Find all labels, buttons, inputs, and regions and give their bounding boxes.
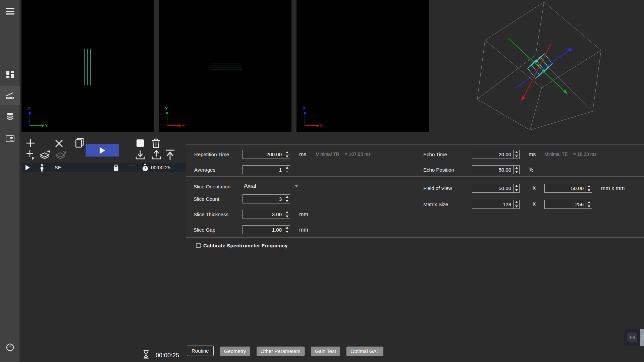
add-protocol-button[interactable]: P: [25, 149, 36, 160]
calibrate-row: Calibrate Spectrometer Frequency: [196, 243, 287, 248]
tab-geometry[interactable]: Geometry: [220, 347, 250, 356]
power-button[interactable]: [0, 338, 20, 357]
run-scan-button[interactable]: [86, 144, 119, 157]
slice-thickness-unit: mm: [299, 210, 308, 219]
slice-gap-stepper: [284, 226, 290, 234]
step-up-button[interactable]: [284, 226, 290, 230]
calibrate-checkbox[interactable]: [196, 243, 201, 248]
repetition-time-unit: ms: [299, 150, 306, 159]
echo-time-field: [472, 150, 520, 159]
sidebar: [0, 0, 20, 362]
tab-routine[interactable]: Routine: [187, 346, 214, 356]
averages-field: [243, 165, 290, 174]
sequence-play-button[interactable]: [25, 165, 30, 171]
remove-button[interactable]: [54, 138, 64, 148]
calibrate-label[interactable]: Calibrate Spectrometer Frequency: [203, 243, 287, 248]
step-down-button[interactable]: [284, 214, 290, 219]
slice-line: [210, 69, 242, 69]
step-down-button[interactable]: [284, 170, 290, 174]
slice-gap-input[interactable]: [243, 226, 290, 234]
tab-optimal-ga1[interactable]: Optimal GA1: [346, 347, 383, 356]
parameter-tabs: Routine Geometry Other Parameters Gain T…: [187, 346, 383, 356]
step-up-button[interactable]: [514, 166, 519, 170]
step-down-button[interactable]: [284, 154, 290, 159]
echo-position-label: Echo Position: [423, 165, 454, 174]
stop-button[interactable]: [136, 139, 145, 147]
matrix-x-input[interactable]: [472, 200, 519, 208]
append-layers-button[interactable]: [39, 150, 52, 161]
step-down-button[interactable]: [586, 188, 592, 192]
slice-line: [90, 49, 91, 85]
download-button[interactable]: [135, 149, 146, 161]
duplicate-button[interactable]: [74, 137, 85, 148]
sidebar-item-records[interactable]: [0, 129, 20, 148]
averages-input[interactable]: [243, 166, 290, 174]
floating-helper-widget[interactable]: [625, 329, 644, 346]
slice-thickness-input[interactable]: [243, 210, 290, 219]
sequence-row[interactable]: SE 00:00:25: [21, 163, 186, 173]
viewport-coronal[interactable]: Y X: [159, 0, 291, 132]
viewport-sagittal[interactable]: Z Y: [21, 0, 154, 132]
slice-count-input[interactable]: [243, 195, 290, 203]
3d-slice-view[interactable]: [429, 0, 644, 141]
repetition-time-field: [243, 150, 290, 159]
upload-button[interactable]: [151, 149, 162, 161]
step-down-button[interactable]: [514, 170, 519, 174]
step-down-button[interactable]: [586, 204, 592, 208]
echo-time-input[interactable]: [472, 150, 519, 159]
slice-thickness-label: Slice Thickness: [194, 210, 228, 219]
fov-x-input[interactable]: [472, 184, 519, 192]
add-button[interactable]: [25, 138, 36, 148]
matrix-y-input[interactable]: [545, 200, 592, 208]
minimal-te-text: Minimal TE= 18.23 ms: [544, 150, 596, 159]
fov-unit: mm x mm: [601, 184, 625, 193]
slice-orientation-dropdown[interactable]: Axial: [244, 182, 299, 191]
slice-gap-unit: mm: [299, 225, 308, 234]
axis-label-horizontal: Y: [45, 123, 48, 128]
viewport-axial[interactable]: Z X: [297, 0, 429, 132]
step-up-button[interactable]: [586, 184, 592, 188]
axis-label-vertical: Z: [28, 107, 30, 111]
step-up-button[interactable]: [284, 166, 290, 170]
slice-line: [210, 67, 242, 67]
step-down-button[interactable]: [284, 199, 290, 203]
delete-button[interactable]: [151, 137, 161, 149]
step-up-button[interactable]: [514, 184, 519, 188]
elapsed-time: 00:00:25: [156, 352, 179, 359]
tab-gain-test[interactable]: Gain Test: [311, 347, 340, 356]
echo-position-input[interactable]: [472, 166, 519, 174]
step-up-button[interactable]: [284, 210, 290, 214]
hamburger-menu-icon[interactable]: [0, 2, 20, 21]
svg-text:P: P: [32, 156, 34, 160]
axis-label-horizontal: X: [182, 123, 185, 128]
slice-thickness-field: [243, 210, 290, 219]
slice-gap-label: Slice Gap: [194, 225, 215, 234]
lock-button[interactable]: [113, 164, 119, 172]
echo-position-field: [472, 165, 520, 174]
fov-y-field: [544, 184, 592, 193]
step-down-button[interactable]: [514, 204, 519, 208]
slice-count-stepper: [284, 195, 290, 203]
slice-line: [210, 63, 242, 63]
selection-region-button[interactable]: [129, 166, 135, 170]
helper-handle[interactable]: [640, 329, 644, 346]
repetition-time-input[interactable]: [243, 150, 290, 159]
step-up-button[interactable]: [284, 150, 290, 154]
step-up-button[interactable]: [514, 150, 519, 154]
sidebar-item-database[interactable]: [0, 107, 20, 126]
sidebar-item-scanner[interactable]: [0, 86, 20, 105]
fov-y-input[interactable]: [545, 184, 592, 192]
slice-thickness-stepper: [284, 210, 290, 219]
step-up-button[interactable]: [284, 195, 290, 199]
append-layers-disabled-button[interactable]: [55, 150, 68, 161]
axis-indicator: Y X: [162, 107, 183, 129]
step-up-button[interactable]: [514, 200, 519, 204]
sidebar-item-dashboard[interactable]: [0, 65, 20, 84]
matrix-x-field: [472, 200, 520, 209]
step-up-button[interactable]: [586, 200, 592, 204]
tab-other-parameters[interactable]: Other Parameters: [257, 347, 305, 356]
upload-to-top-button[interactable]: [164, 149, 176, 161]
step-down-button[interactable]: [514, 154, 519, 159]
step-down-button[interactable]: [284, 230, 290, 234]
step-down-button[interactable]: [514, 188, 519, 192]
